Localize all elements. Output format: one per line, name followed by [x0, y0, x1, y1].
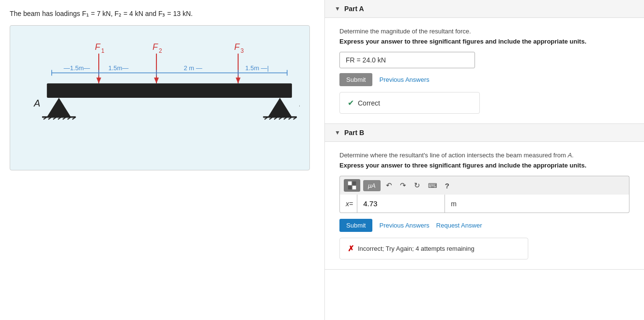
svg-text:F: F: [153, 42, 158, 52]
svg-text:—1.5m—: —1.5m—: [64, 64, 91, 72]
math-variable-label: x =: [340, 195, 357, 213]
mu-A-button[interactable]: μA: [363, 180, 381, 191]
part-b-submit-button[interactable]: Submit: [339, 219, 372, 232]
left-panel: The beam has loadings F₁ = 7 kN, F₂ = 4 …: [0, 0, 324, 320]
part-a-instruction2: Express your answer to three significant…: [339, 38, 629, 45]
part-a-section: ▼ Part A Determine the magnitude of the …: [325, 0, 644, 124]
part-b-instruction1: Determine where the resultant's line of …: [339, 152, 629, 159]
svg-rect-49: [353, 186, 356, 189]
part-a-correct-box: ✔ Correct: [339, 92, 480, 114]
refresh-button[interactable]: ↻: [412, 180, 423, 191]
part-a-instruction1: Determine the magnitude of the resultant…: [339, 28, 629, 35]
svg-rect-47: [353, 182, 356, 185]
help-button[interactable]: ?: [443, 181, 452, 191]
part-b-header[interactable]: ▼ Part B: [325, 124, 644, 142]
beam-diagram: F 1 F 2 F 3 —1.5m— 1.5m—: [20, 35, 300, 160]
svg-text:A: A: [33, 98, 40, 108]
math-value-input[interactable]: [357, 195, 445, 213]
math-input-area: x = m: [339, 195, 629, 213]
undo-button[interactable]: ↶: [383, 180, 395, 191]
problem-statement: The beam has loadings F₁ = 7 kN, F₂ = 4 …: [10, 10, 315, 17]
grid-icon: [348, 181, 356, 190]
part-b-incorrect-box: ✗ Incorrect; Try Again; 4 attempts remai…: [339, 238, 528, 259]
svg-text:F: F: [234, 42, 240, 52]
svg-text:2: 2: [159, 47, 162, 54]
svg-text:1.5m —|: 1.5m —|: [245, 64, 269, 72]
svg-marker-9: [154, 77, 159, 83]
part-a-submit-button[interactable]: Submit: [339, 73, 372, 86]
svg-text:2 m —: 2 m —: [184, 64, 202, 72]
part-a-correct-text: Correct: [358, 99, 380, 107]
svg-text:3: 3: [241, 47, 244, 54]
svg-marker-11: [236, 77, 241, 83]
svg-rect-46: [348, 182, 352, 185]
math-unit-display: m: [445, 195, 483, 213]
part-b-chevron-icon: ▼: [335, 129, 340, 136]
math-toolbar: μA ↶ ↷ ↻ ⌨ ?: [339, 176, 629, 195]
part-a-answer-input[interactable]: [339, 52, 475, 68]
diagram-container: F 1 F 2 F 3 —1.5m— 1.5m—: [10, 25, 310, 170]
part-b-content: Determine where the resultant's line of …: [325, 142, 644, 269]
svg-rect-25: [47, 83, 292, 98]
part-b-request-answer-link[interactable]: Request Answer: [436, 222, 482, 229]
keyboard-button[interactable]: ⌨: [426, 181, 440, 190]
part-a-header[interactable]: ▼ Part A: [325, 0, 644, 18]
svg-text:B: B: [299, 98, 300, 108]
x-icon: ✗: [348, 244, 354, 253]
svg-text:1.5m—: 1.5m—: [108, 64, 129, 72]
svg-rect-48: [348, 186, 352, 189]
part-a-content: Determine the magnitude of the resultant…: [325, 18, 644, 123]
part-a-label: Part A: [344, 5, 364, 13]
part-a-submit-row: Submit Previous Answers: [339, 73, 629, 86]
part-b-incorrect-text: Incorrect; Try Again; 4 attempts remaini…: [358, 245, 475, 252]
part-b-label: Part B: [344, 129, 364, 137]
part-a-answer-row: [339, 52, 629, 68]
part-b-previous-answers-link[interactable]: Previous Answers: [379, 222, 429, 229]
svg-text:F: F: [95, 42, 101, 52]
svg-marker-7: [96, 77, 101, 83]
checkmark-icon: ✔: [348, 98, 354, 107]
svg-marker-35: [268, 98, 292, 117]
part-b-section: ▼ Part B Determine where the resultant's…: [325, 124, 644, 270]
redo-button[interactable]: ↷: [398, 180, 409, 191]
svg-text:1: 1: [101, 47, 105, 54]
grid-button[interactable]: [344, 179, 360, 192]
svg-marker-26: [47, 98, 71, 117]
part-a-chevron-icon: ▼: [335, 5, 340, 12]
right-panel: ▼ Part A Determine the magnitude of the …: [324, 0, 644, 320]
part-b-instruction2: Express your answer to three significant…: [339, 162, 629, 169]
part-a-previous-answers-link[interactable]: Previous Answers: [379, 76, 429, 83]
part-b-submit-row: Submit Previous Answers Request Answer: [339, 219, 629, 232]
